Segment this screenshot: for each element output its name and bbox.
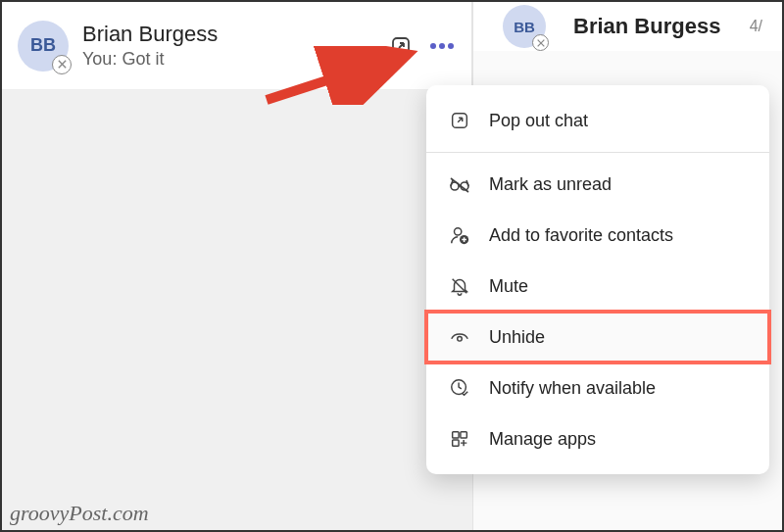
more-options-button[interactable]	[428, 32, 456, 60]
presence-offline-icon	[532, 34, 549, 51]
svg-point-4	[439, 43, 445, 49]
chat-header-name: Brian Burgess	[573, 14, 720, 39]
clock-check-icon	[448, 376, 471, 400]
presence-offline-icon	[52, 55, 72, 74]
svg-rect-19	[453, 440, 459, 446]
popout-button[interactable]	[387, 32, 415, 60]
menu-label: Manage apps	[489, 429, 596, 450]
popout-icon	[448, 109, 471, 132]
menu-label: Pop out chat	[489, 111, 588, 131]
svg-point-15	[458, 337, 463, 342]
svg-point-12	[455, 228, 462, 235]
menu-item-add-favorite[interactable]: Add to favorite contacts	[426, 210, 769, 261]
menu-item-mark-unread[interactable]: Mark as unread	[426, 159, 769, 210]
menu-label: Notify when available	[489, 378, 656, 399]
chat-header: BB Brian Burgess 4/	[473, 2, 782, 51]
apps-icon	[448, 427, 471, 451]
bell-off-icon	[448, 274, 471, 298]
menu-item-manage-apps[interactable]: Manage apps	[426, 413, 769, 464]
menu-item-popout[interactable]: Pop out chat	[426, 95, 769, 146]
menu-item-unhide[interactable]: Unhide	[426, 312, 769, 363]
menu-label: Add to favorite contacts	[489, 225, 673, 246]
menu-label: Mark as unread	[489, 174, 612, 195]
avatar: BB	[18, 21, 69, 72]
person-add-icon	[448, 223, 471, 247]
chat-actions	[387, 32, 456, 60]
svg-rect-17	[453, 432, 459, 438]
chat-message-preview: You: Got it	[82, 49, 387, 70]
watermark: groovyPost.com	[10, 501, 149, 526]
glasses-icon	[448, 172, 471, 196]
menu-label: Mute	[489, 276, 528, 297]
svg-point-3	[430, 43, 436, 49]
chat-info: Brian Burgess You: Got it	[82, 22, 387, 70]
menu-label: Unhide	[489, 327, 545, 348]
menu-divider	[426, 152, 769, 153]
svg-rect-18	[461, 432, 466, 438]
context-menu: Pop out chat Mark as unread Add to favor…	[426, 85, 769, 474]
menu-item-mute[interactable]: Mute	[426, 261, 769, 312]
chat-header-date: 4/	[750, 18, 762, 35]
chat-contact-name: Brian Burgess	[82, 22, 387, 47]
svg-point-5	[448, 43, 454, 49]
eye-icon	[448, 325, 471, 349]
avatar: BB	[503, 5, 546, 48]
chat-list-item[interactable]: BB Brian Burgess You: Got it	[2, 2, 472, 90]
menu-item-notify[interactable]: Notify when available	[426, 363, 769, 413]
chat-list-pane: BB Brian Burgess You: Got it	[2, 2, 472, 530]
